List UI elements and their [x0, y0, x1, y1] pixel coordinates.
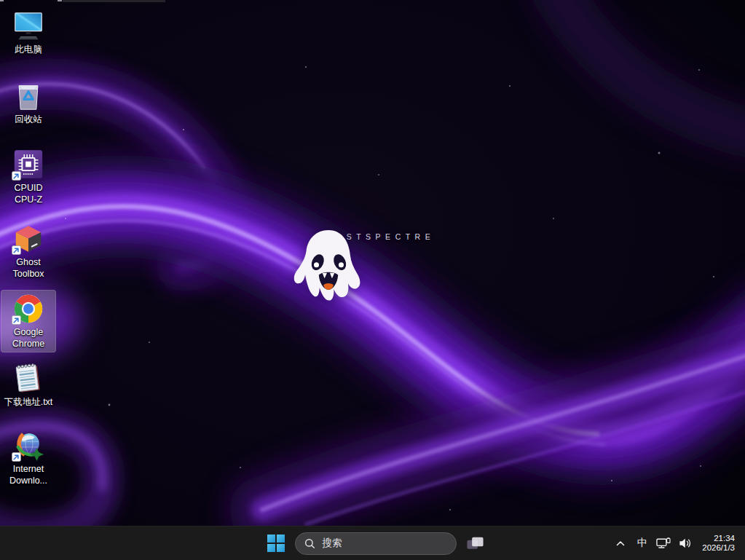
desktop-icon-ghost-toolbox[interactable]: GhostToolbox	[1, 220, 56, 283]
search-placeholder: 搜索	[323, 537, 342, 550]
taskbar-center-group: 搜索	[264, 527, 488, 560]
clock-date: 2026/1/3	[702, 543, 735, 553]
desktop-icon-label: InternetDownlo...	[9, 464, 47, 486]
cube-icon	[12, 222, 45, 256]
windows-logo-icon	[267, 535, 285, 552]
desktop-icon-google-chrome[interactable]: GoogleChrome	[1, 290, 56, 352]
globe-arrow-icon	[12, 429, 45, 462]
desktop-icon-idm[interactable]: InternetDownlo...	[1, 427, 56, 489]
start-button[interactable]	[264, 529, 288, 558]
speaker-icon	[679, 537, 693, 549]
top-edge-window-sliver	[63, 0, 165, 2]
desktop-icon-label: 回收站	[15, 114, 42, 126]
shortcut-arrow-badge	[12, 452, 21, 462]
recycle-bin-icon	[12, 79, 45, 113]
tray-chevron-button[interactable]	[610, 529, 630, 558]
chrome-icon	[12, 292, 45, 326]
desktop: GHOSTSPECTRE 此电脑	[0, 0, 745, 560]
wallpaper-ghost-logo: GHOSTSPECTRE	[285, 227, 460, 241]
network-button[interactable]	[654, 529, 674, 558]
volume-button[interactable]	[676, 529, 695, 558]
taskbar-tray: 中 21:34 2026/1	[610, 527, 745, 560]
top-edge-tick	[0, 0, 4, 1]
notepad-icon	[12, 362, 45, 395]
desktop-icon-label: GhostToolbox	[12, 257, 44, 280]
wallpaper: GHOSTSPECTRE	[0, 0, 745, 560]
ethernet-network-icon	[656, 537, 671, 550]
ghost-icon	[285, 227, 371, 304]
desktop-icon-download-txt[interactable]: 下载地址.txt	[1, 360, 56, 411]
search-icon	[304, 538, 315, 549]
desktop-icon-label: 此电脑	[15, 44, 42, 56]
shortcut-arrow-badge	[12, 245, 21, 255]
monitor-icon	[12, 9, 45, 43]
top-edge-tick	[58, 0, 62, 1]
desktop-icon-label: 下载地址.txt	[4, 397, 53, 409]
shortcut-arrow-badge	[12, 171, 21, 181]
desktop-icon-this-pc[interactable]: 此电脑	[1, 7, 56, 59]
ime-indicator[interactable]: 中	[632, 529, 652, 558]
desktop-icon-cpu-z[interactable]: CPUIDCPU-Z	[1, 146, 56, 208]
chevron-up-icon	[616, 540, 625, 546]
desktop-icon-label: CPUIDCPU-Z	[15, 183, 43, 205]
task-view-icon	[466, 535, 484, 553]
taskbar-clock[interactable]: 21:34 2026/1/3	[702, 534, 735, 553]
taskbar-search[interactable]: 搜索	[295, 532, 457, 555]
clock-time: 21:34	[702, 534, 735, 544]
taskbar: 搜索 中	[0, 526, 745, 560]
task-view-button[interactable]	[463, 529, 488, 558]
wallpaper-waves	[0, 0, 745, 560]
desktop-icon-recycle-bin[interactable]: 回收站	[1, 77, 56, 129]
desktop-icon-label: GoogleChrome	[12, 327, 44, 350]
shortcut-arrow-badge	[12, 315, 21, 325]
cpu-chip-icon	[12, 148, 45, 181]
